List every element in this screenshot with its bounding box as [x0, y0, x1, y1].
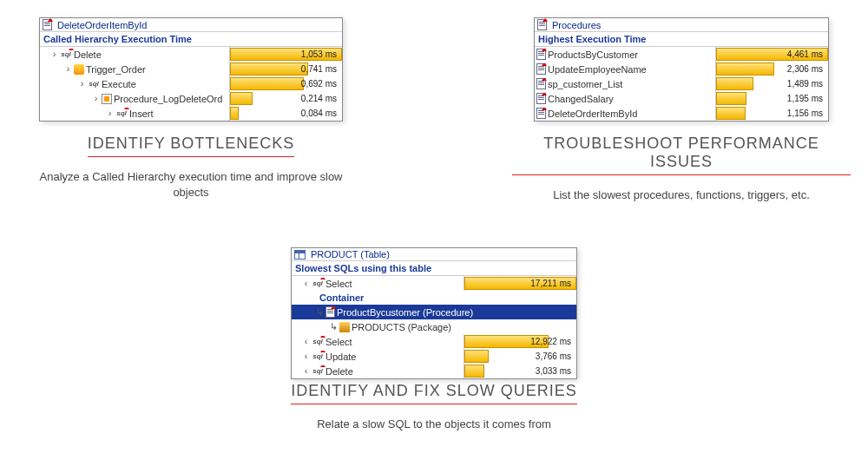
tree-toggle-icon[interactable]: › — [64, 65, 72, 73]
proc-icon — [102, 94, 112, 104]
table-row[interactable]: ↳ProductBycustomer (Procedure) — [292, 305, 576, 319]
doc-icon — [536, 93, 546, 104]
sql-red-icon — [312, 336, 324, 348]
timing-bar-cell: 17,211 ms — [464, 276, 576, 291]
sql-red-icon — [312, 278, 324, 290]
table-row[interactable]: ↳PRODUCTS (Package) — [292, 319, 576, 334]
timing-bar-cell: 2,306 ms — [715, 62, 828, 76]
table-row[interactable]: ›Insert0,084 ms — [40, 106, 342, 121]
tree-toggle-icon[interactable]: › — [78, 80, 86, 88]
tree-toggle-icon[interactable]: ‹ — [302, 352, 310, 360]
table-row[interactable]: ProductsByCustomer4,461 ms — [535, 47, 828, 62]
timing-value: 0,692 ms — [230, 79, 342, 89]
row-label: DeleteOrderItemById — [548, 108, 637, 119]
title-bar: PRODUCT (Table) — [292, 248, 576, 261]
title-bar: DeleteOrderItemById — [40, 18, 342, 32]
tree-rows: ‹Select17,211 msContainer↳ProductBycusto… — [292, 276, 576, 378]
caption-title: IDENTIFY AND FIX SLOW QUERIES — [291, 382, 577, 404]
row-label: Procedure_LogDeleteOrd — [114, 94, 222, 104]
doc-icon — [536, 78, 546, 89]
panel-subheader: Called Hierarchy Execution Time — [40, 32, 342, 47]
timing-bar-cell: 0,084 ms — [229, 106, 342, 121]
sql-red-icon — [115, 108, 128, 120]
doc-icon — [326, 306, 335, 318]
row-label: ProductsByCustomer — [548, 49, 638, 60]
timing-bar-cell: 12,922 ms — [464, 334, 576, 349]
timing-value: 1,053 ms — [230, 49, 342, 59]
timing-bar-cell: 1,156 ms — [715, 106, 828, 121]
panel-subheader: Highest Execution Time — [535, 32, 828, 47]
timing-bar-cell: 1,053 ms — [229, 47, 342, 62]
tree-toggle-icon[interactable]: ↳ — [330, 323, 338, 331]
row-label: ChangedSalary — [548, 94, 614, 104]
timing-value: 1,195 ms — [716, 94, 828, 103]
panel-procedures: Procedures Highest Execution Time Produc… — [534, 17, 829, 122]
table-row[interactable]: DeleteOrderItemById1,156 ms — [535, 106, 828, 121]
row-label: Delete — [74, 49, 102, 60]
row-label: Delete — [326, 366, 353, 377]
sql-red-icon — [312, 351, 324, 363]
timing-value: 17,211 ms — [464, 279, 576, 288]
caption-title: IDENTIFY BOTTLENECKS — [88, 135, 295, 157]
tree-toggle-icon[interactable]: › — [50, 50, 58, 58]
row-label: Select — [326, 337, 352, 347]
panel-slowest-sqls: PRODUCT (Table) Slowest SQLs using this … — [291, 247, 577, 379]
table-row[interactable]: ‹Delete3,033 ms — [292, 364, 576, 378]
trigger-icon — [74, 64, 84, 75]
timing-bar-cell: 1,195 ms — [715, 91, 828, 106]
tree-toggle-icon[interactable]: ‹ — [302, 367, 310, 375]
timing-value: 0,084 ms — [230, 108, 342, 118]
caption-identify-bottlenecks: IDENTIFY BOTTLENECKS Analyze a Called Hi… — [35, 135, 347, 200]
table-row[interactable]: UpdateEmployeeName2,306 ms — [535, 62, 828, 76]
row-label: Select — [326, 279, 352, 289]
table-row[interactable]: ‹Select17,211 ms — [292, 276, 576, 291]
table-row[interactable]: ›Delete1,053 ms — [40, 47, 342, 62]
container-header: Container — [292, 291, 576, 305]
row-label: UpdateEmployeeName — [548, 64, 647, 75]
tree-toggle-icon[interactable]: ‹ — [302, 279, 310, 287]
table-row[interactable]: ›Execute0,692 ms — [40, 76, 342, 91]
caption-subtitle: Analyze a Called Hierarchy execution tim… — [35, 169, 347, 200]
timing-value: 2,306 ms — [716, 64, 828, 74]
timing-bar-cell: 3,033 ms — [464, 364, 576, 378]
timing-value: 3,033 ms — [464, 366, 576, 376]
table-row[interactable]: ChangedSalary1,195 ms — [535, 91, 828, 106]
sql-red-icon — [60, 49, 72, 61]
tree-toggle-icon[interactable]: ↳ — [316, 308, 324, 316]
timing-value: 0,214 ms — [230, 94, 342, 103]
table-row[interactable]: ‹Update3,766 ms — [292, 349, 576, 364]
document-icon — [43, 19, 52, 30]
row-label: Insert — [129, 108, 154, 119]
caption-troubleshoot: TROUBLESHOOT PERFORMANCE ISSUES List the… — [512, 135, 851, 203]
panel-subheader: Slowest SQLs using this table — [292, 261, 576, 276]
timing-bar-cell: 0,741 ms — [229, 62, 342, 76]
table-row[interactable]: sp_customer_List1,489 ms — [535, 76, 828, 91]
row-label: sp_customer_List — [548, 79, 622, 89]
title-bar: Procedures — [535, 18, 828, 32]
pkg-icon — [339, 322, 350, 332]
tree-toggle-icon[interactable]: › — [106, 109, 114, 117]
table-row[interactable]: ›Procedure_LogDeleteOrd0,214 ms — [40, 91, 342, 106]
row-label: PRODUCTS (Package) — [352, 322, 451, 332]
row-label: ProductBycustomer (Procedure) — [337, 307, 473, 318]
tree-toggle-icon[interactable]: › — [92, 95, 100, 102]
timing-bar-cell: 0,214 ms — [229, 91, 342, 106]
caption-fix-slow-queries: IDENTIFY AND FIX SLOW QUERIES Relate a s… — [278, 382, 590, 432]
timing-value: 4,461 ms — [716, 49, 828, 59]
timing-bar-cell: 1,489 ms — [715, 76, 828, 91]
timing-value: 0,741 ms — [230, 64, 342, 74]
caption-subtitle: List the slowest procedures, functions, … — [512, 187, 851, 203]
table-row[interactable]: ›Trigger_Order0,741 ms — [40, 62, 342, 76]
row-label: Execute — [102, 79, 136, 89]
sql-icon — [88, 78, 100, 90]
timing-bar-cell: 0,692 ms — [229, 76, 342, 91]
timing-bar-cell: 3,766 ms — [464, 349, 576, 364]
document-icon — [537, 19, 547, 30]
table-icon — [294, 250, 306, 260]
sql-red-icon — [312, 365, 324, 378]
doc-icon — [536, 63, 546, 75]
timing-value: 1,489 ms — [716, 79, 828, 89]
tree-toggle-icon[interactable]: ‹ — [302, 338, 310, 345]
caption-title: TROUBLESHOOT PERFORMANCE ISSUES — [512, 135, 851, 175]
table-row[interactable]: ‹Select12,922 ms — [292, 334, 576, 349]
